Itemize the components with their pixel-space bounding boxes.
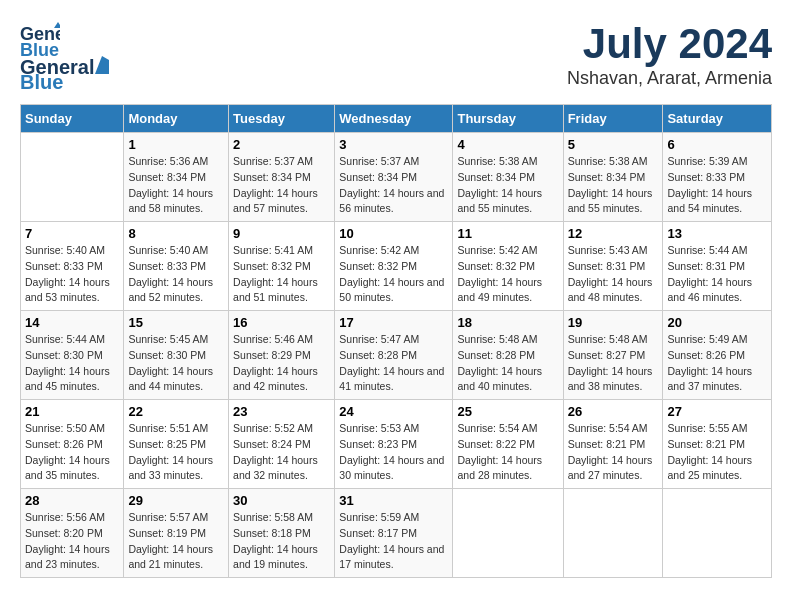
day-info: Sunrise: 5:48 AMSunset: 8:28 PMDaylight:… bbox=[457, 332, 558, 395]
day-number: 6 bbox=[667, 137, 767, 152]
day-number: 8 bbox=[128, 226, 224, 241]
calendar-table: SundayMondayTuesdayWednesdayThursdayFrid… bbox=[20, 104, 772, 578]
calendar-cell: 26 Sunrise: 5:54 AMSunset: 8:21 PMDaylig… bbox=[563, 400, 663, 489]
calendar-cell: 14 Sunrise: 5:44 AMSunset: 8:30 PMDaylig… bbox=[21, 311, 124, 400]
day-number: 23 bbox=[233, 404, 330, 419]
calendar-cell: 31 Sunrise: 5:59 AMSunset: 8:17 PMDaylig… bbox=[335, 489, 453, 578]
calendar-cell: 3 Sunrise: 5:37 AMSunset: 8:34 PMDayligh… bbox=[335, 133, 453, 222]
calendar-cell: 28 Sunrise: 5:56 AMSunset: 8:20 PMDaylig… bbox=[21, 489, 124, 578]
day-info: Sunrise: 5:42 AMSunset: 8:32 PMDaylight:… bbox=[339, 243, 448, 306]
day-number: 7 bbox=[25, 226, 119, 241]
calendar-cell: 17 Sunrise: 5:47 AMSunset: 8:28 PMDaylig… bbox=[335, 311, 453, 400]
day-info: Sunrise: 5:52 AMSunset: 8:24 PMDaylight:… bbox=[233, 421, 330, 484]
calendar-cell: 20 Sunrise: 5:49 AMSunset: 8:26 PMDaylig… bbox=[663, 311, 772, 400]
day-info: Sunrise: 5:57 AMSunset: 8:19 PMDaylight:… bbox=[128, 510, 224, 573]
day-number: 30 bbox=[233, 493, 330, 508]
day-number: 25 bbox=[457, 404, 558, 419]
calendar-cell: 13 Sunrise: 5:44 AMSunset: 8:31 PMDaylig… bbox=[663, 222, 772, 311]
calendar-cell: 30 Sunrise: 5:58 AMSunset: 8:18 PMDaylig… bbox=[229, 489, 335, 578]
day-number: 31 bbox=[339, 493, 448, 508]
calendar-cell: 27 Sunrise: 5:55 AMSunset: 8:21 PMDaylig… bbox=[663, 400, 772, 489]
weekday-header-wednesday: Wednesday bbox=[335, 105, 453, 133]
weekday-header-tuesday: Tuesday bbox=[229, 105, 335, 133]
day-number: 5 bbox=[568, 137, 659, 152]
logo-icon: General Blue bbox=[20, 20, 60, 60]
title-area: July 2024 Nshavan, Ararat, Armenia bbox=[567, 20, 772, 89]
day-number: 28 bbox=[25, 493, 119, 508]
day-info: Sunrise: 5:50 AMSunset: 8:26 PMDaylight:… bbox=[25, 421, 119, 484]
calendar-cell: 18 Sunrise: 5:48 AMSunset: 8:28 PMDaylig… bbox=[453, 311, 563, 400]
day-number: 20 bbox=[667, 315, 767, 330]
day-info: Sunrise: 5:44 AMSunset: 8:31 PMDaylight:… bbox=[667, 243, 767, 306]
day-info: Sunrise: 5:41 AMSunset: 8:32 PMDaylight:… bbox=[233, 243, 330, 306]
day-number: 27 bbox=[667, 404, 767, 419]
calendar-cell: 22 Sunrise: 5:51 AMSunset: 8:25 PMDaylig… bbox=[124, 400, 229, 489]
day-info: Sunrise: 5:54 AMSunset: 8:22 PMDaylight:… bbox=[457, 421, 558, 484]
day-info: Sunrise: 5:44 AMSunset: 8:30 PMDaylight:… bbox=[25, 332, 119, 395]
calendar-cell bbox=[453, 489, 563, 578]
header: General Blue General Blue July 2024 Nsha… bbox=[20, 20, 772, 94]
day-info: Sunrise: 5:42 AMSunset: 8:32 PMDaylight:… bbox=[457, 243, 558, 306]
day-info: Sunrise: 5:40 AMSunset: 8:33 PMDaylight:… bbox=[25, 243, 119, 306]
calendar-cell bbox=[21, 133, 124, 222]
calendar-cell: 10 Sunrise: 5:42 AMSunset: 8:32 PMDaylig… bbox=[335, 222, 453, 311]
day-number: 16 bbox=[233, 315, 330, 330]
day-info: Sunrise: 5:47 AMSunset: 8:28 PMDaylight:… bbox=[339, 332, 448, 395]
calendar-cell: 15 Sunrise: 5:45 AMSunset: 8:30 PMDaylig… bbox=[124, 311, 229, 400]
calendar-cell: 19 Sunrise: 5:48 AMSunset: 8:27 PMDaylig… bbox=[563, 311, 663, 400]
day-info: Sunrise: 5:38 AMSunset: 8:34 PMDaylight:… bbox=[568, 154, 659, 217]
day-info: Sunrise: 5:39 AMSunset: 8:33 PMDaylight:… bbox=[667, 154, 767, 217]
day-number: 24 bbox=[339, 404, 448, 419]
day-number: 19 bbox=[568, 315, 659, 330]
calendar-cell: 21 Sunrise: 5:50 AMSunset: 8:26 PMDaylig… bbox=[21, 400, 124, 489]
day-number: 21 bbox=[25, 404, 119, 419]
calendar-cell: 8 Sunrise: 5:40 AMSunset: 8:33 PMDayligh… bbox=[124, 222, 229, 311]
day-number: 29 bbox=[128, 493, 224, 508]
day-number: 15 bbox=[128, 315, 224, 330]
weekday-header-thursday: Thursday bbox=[453, 105, 563, 133]
weekday-header-saturday: Saturday bbox=[663, 105, 772, 133]
day-number: 1 bbox=[128, 137, 224, 152]
day-number: 13 bbox=[667, 226, 767, 241]
day-number: 9 bbox=[233, 226, 330, 241]
day-number: 18 bbox=[457, 315, 558, 330]
calendar-cell: 5 Sunrise: 5:38 AMSunset: 8:34 PMDayligh… bbox=[563, 133, 663, 222]
page-subtitle: Nshavan, Ararat, Armenia bbox=[567, 68, 772, 89]
day-number: 10 bbox=[339, 226, 448, 241]
day-info: Sunrise: 5:48 AMSunset: 8:27 PMDaylight:… bbox=[568, 332, 659, 395]
day-number: 14 bbox=[25, 315, 119, 330]
page-title: July 2024 bbox=[567, 20, 772, 68]
calendar-cell: 2 Sunrise: 5:37 AMSunset: 8:34 PMDayligh… bbox=[229, 133, 335, 222]
day-info: Sunrise: 5:56 AMSunset: 8:20 PMDaylight:… bbox=[25, 510, 119, 573]
day-number: 26 bbox=[568, 404, 659, 419]
day-info: Sunrise: 5:59 AMSunset: 8:17 PMDaylight:… bbox=[339, 510, 448, 573]
day-info: Sunrise: 5:53 AMSunset: 8:23 PMDaylight:… bbox=[339, 421, 448, 484]
calendar-cell: 1 Sunrise: 5:36 AMSunset: 8:34 PMDayligh… bbox=[124, 133, 229, 222]
calendar-cell: 23 Sunrise: 5:52 AMSunset: 8:24 PMDaylig… bbox=[229, 400, 335, 489]
calendar-cell: 4 Sunrise: 5:38 AMSunset: 8:34 PMDayligh… bbox=[453, 133, 563, 222]
day-info: Sunrise: 5:38 AMSunset: 8:34 PMDaylight:… bbox=[457, 154, 558, 217]
calendar-cell bbox=[563, 489, 663, 578]
day-info: Sunrise: 5:49 AMSunset: 8:26 PMDaylight:… bbox=[667, 332, 767, 395]
day-info: Sunrise: 5:54 AMSunset: 8:21 PMDaylight:… bbox=[568, 421, 659, 484]
day-info: Sunrise: 5:58 AMSunset: 8:18 PMDaylight:… bbox=[233, 510, 330, 573]
svg-marker-3 bbox=[95, 56, 109, 74]
calendar-cell: 6 Sunrise: 5:39 AMSunset: 8:33 PMDayligh… bbox=[663, 133, 772, 222]
logo-triangle-icon bbox=[95, 56, 109, 74]
calendar-cell: 7 Sunrise: 5:40 AMSunset: 8:33 PMDayligh… bbox=[21, 222, 124, 311]
calendar-cell: 12 Sunrise: 5:43 AMSunset: 8:31 PMDaylig… bbox=[563, 222, 663, 311]
day-info: Sunrise: 5:51 AMSunset: 8:25 PMDaylight:… bbox=[128, 421, 224, 484]
day-number: 22 bbox=[128, 404, 224, 419]
day-info: Sunrise: 5:46 AMSunset: 8:29 PMDaylight:… bbox=[233, 332, 330, 395]
calendar-cell bbox=[663, 489, 772, 578]
day-number: 12 bbox=[568, 226, 659, 241]
day-info: Sunrise: 5:37 AMSunset: 8:34 PMDaylight:… bbox=[339, 154, 448, 217]
day-number: 2 bbox=[233, 137, 330, 152]
weekday-header-friday: Friday bbox=[563, 105, 663, 133]
day-info: Sunrise: 5:36 AMSunset: 8:34 PMDaylight:… bbox=[128, 154, 224, 217]
calendar-cell: 16 Sunrise: 5:46 AMSunset: 8:29 PMDaylig… bbox=[229, 311, 335, 400]
calendar-cell: 25 Sunrise: 5:54 AMSunset: 8:22 PMDaylig… bbox=[453, 400, 563, 489]
calendar-cell: 11 Sunrise: 5:42 AMSunset: 8:32 PMDaylig… bbox=[453, 222, 563, 311]
day-info: Sunrise: 5:37 AMSunset: 8:34 PMDaylight:… bbox=[233, 154, 330, 217]
logo: General Blue General Blue bbox=[20, 20, 109, 94]
